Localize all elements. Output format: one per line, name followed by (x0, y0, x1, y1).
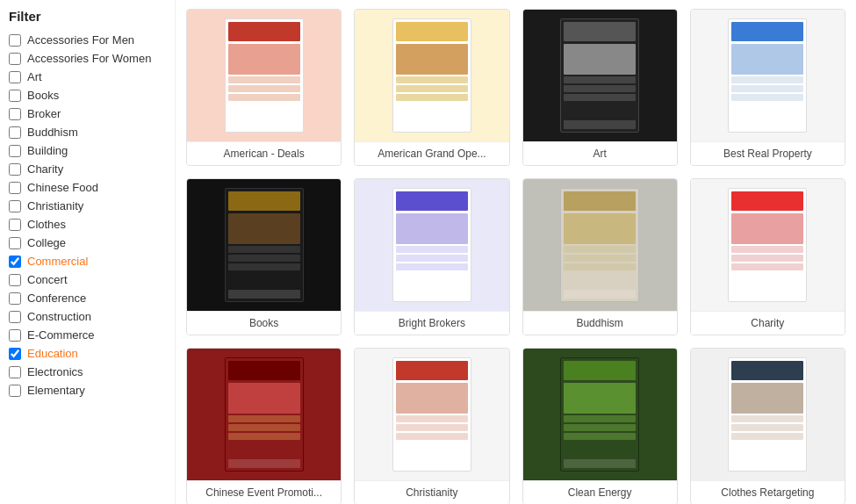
checkbox-broker[interactable] (9, 108, 21, 120)
filter-item-buddhism[interactable]: Buddhism (9, 123, 166, 141)
filter-item-books[interactable]: Books (9, 86, 166, 104)
mini-header (396, 22, 468, 41)
template-card-american-deals[interactable]: American - Deals (186, 9, 342, 166)
template-thumbnail-american-deals (187, 10, 341, 141)
checkbox-commercial[interactable] (9, 256, 21, 268)
label-building[interactable]: Building (27, 144, 68, 157)
template-name-art: Art (523, 141, 677, 165)
filter-item-christianity[interactable]: Christianity (9, 197, 166, 215)
label-charity[interactable]: Charity (27, 162, 63, 176)
filter-item-concert[interactable]: Concert (9, 270, 166, 289)
mini-row (564, 433, 636, 440)
label-art[interactable]: Art (27, 70, 42, 83)
filter-item-commercial[interactable]: Commercial (9, 252, 166, 270)
filter-item-education[interactable]: Education (9, 344, 166, 363)
label-conference[interactable]: Conference (27, 292, 86, 305)
mini-row (396, 433, 468, 440)
template-card-chinese-event[interactable]: Chinese Event Promoti... (186, 348, 342, 504)
label-construction[interactable]: Construction (27, 310, 91, 323)
filter-item-electronics[interactable]: Electronics (9, 363, 166, 381)
template-card-clothes-retargeting[interactable]: Clothes Retargeting (690, 348, 845, 504)
filter-item-construction[interactable]: Construction (9, 307, 166, 326)
label-buddhism[interactable]: Buddhism (27, 126, 78, 139)
mini-header (564, 22, 636, 41)
label-clothes[interactable]: Clothes (27, 218, 66, 231)
filter-item-conference[interactable]: Conference (9, 289, 166, 307)
checkbox-concert[interactable] (9, 274, 21, 286)
label-accessories-men[interactable]: Accessories For Men (27, 33, 134, 47)
filter-item-clothes[interactable]: Clothes (9, 215, 166, 234)
checkbox-art[interactable] (9, 71, 21, 83)
checkbox-building[interactable] (9, 145, 21, 157)
checkbox-accessories-women[interactable] (9, 53, 21, 65)
checkbox-education[interactable] (9, 348, 21, 360)
label-accessories-women[interactable]: Accessories For Women (27, 52, 151, 65)
label-college[interactable]: College (27, 236, 66, 249)
checkbox-clothes[interactable] (9, 219, 21, 231)
label-broker[interactable]: Broker (27, 107, 61, 120)
mini-row (396, 415, 468, 422)
template-card-clean-energy[interactable]: Clean Energy (522, 348, 678, 504)
template-name-bright-brokers: Bright Brokers (355, 311, 508, 335)
label-christianity[interactable]: Christianity (27, 199, 83, 212)
checkbox-books[interactable] (9, 90, 21, 102)
checkbox-charity[interactable] (9, 163, 21, 176)
template-card-best-real-property[interactable]: Best Real Property (690, 9, 845, 166)
filter-item-e-commerce[interactable]: E-Commerce (9, 326, 166, 344)
checkbox-e-commerce[interactable] (9, 329, 21, 342)
mini-image (228, 383, 300, 414)
mini-footer (564, 459, 636, 468)
mini-row (731, 246, 803, 253)
label-elementary[interactable]: Elementary (27, 384, 85, 397)
mini-image (396, 213, 468, 244)
label-education[interactable]: Education (27, 347, 78, 360)
main-content: American - DealsAmerican Grand Ope...Art… (176, 0, 856, 504)
filter-item-elementary[interactable]: Elementary (9, 381, 166, 400)
mini-row (564, 263, 636, 270)
template-thumbnail-buddhism (523, 179, 677, 311)
mini-footer (731, 459, 803, 468)
mini-row (731, 76, 803, 83)
filter-item-building[interactable]: Building (9, 141, 166, 160)
mini-footer (396, 459, 468, 468)
label-electronics[interactable]: Electronics (27, 365, 83, 378)
checkbox-accessories-men[interactable] (9, 34, 21, 47)
checkbox-christianity[interactable] (9, 200, 21, 212)
mini-row (731, 415, 803, 422)
mini-row (396, 246, 468, 253)
checkbox-construction[interactable] (9, 311, 21, 323)
template-card-books[interactable]: Books (186, 178, 342, 335)
template-card-american-grand[interactable]: American Grand Ope... (354, 9, 509, 166)
checkbox-college[interactable] (9, 237, 21, 249)
checkbox-elementary[interactable] (9, 385, 21, 397)
template-card-christianity[interactable]: Christianity (354, 348, 509, 504)
template-card-charity[interactable]: Charity (690, 178, 845, 335)
label-chinese-food[interactable]: Chinese Food (27, 181, 98, 194)
mini-row (228, 94, 300, 101)
template-name-chinese-event: Chinese Event Promoti... (187, 480, 341, 504)
filter-item-accessories-men[interactable]: Accessories For Men (9, 31, 166, 49)
template-name-american-grand: American Grand Ope... (355, 141, 508, 165)
filter-item-chinese-food[interactable]: Chinese Food (9, 178, 166, 197)
template-card-art[interactable]: Art (522, 9, 678, 166)
checkbox-chinese-food[interactable] (9, 182, 21, 194)
mini-template-buddhism (560, 188, 639, 302)
template-card-buddhism[interactable]: Buddhism (522, 178, 678, 335)
filter-item-broker[interactable]: Broker (9, 104, 166, 123)
mini-row (228, 85, 300, 92)
mini-footer (228, 459, 300, 468)
label-books[interactable]: Books (27, 89, 59, 102)
label-commercial[interactable]: Commercial (27, 255, 88, 268)
checkbox-electronics[interactable] (9, 366, 21, 378)
template-thumbnail-best-real-property (691, 10, 845, 141)
template-card-bright-brokers[interactable]: Bright Brokers (354, 178, 509, 335)
checkbox-conference[interactable] (9, 292, 21, 305)
label-e-commerce[interactable]: E-Commerce (27, 328, 95, 342)
checkbox-buddhism[interactable] (9, 126, 21, 139)
filter-item-college[interactable]: College (9, 234, 166, 252)
label-concert[interactable]: Concert (27, 273, 68, 286)
filter-item-art[interactable]: Art (9, 68, 166, 86)
mini-body (396, 213, 468, 287)
filter-item-accessories-women[interactable]: Accessories For Women (9, 49, 166, 68)
filter-item-charity[interactable]: Charity (9, 160, 166, 178)
